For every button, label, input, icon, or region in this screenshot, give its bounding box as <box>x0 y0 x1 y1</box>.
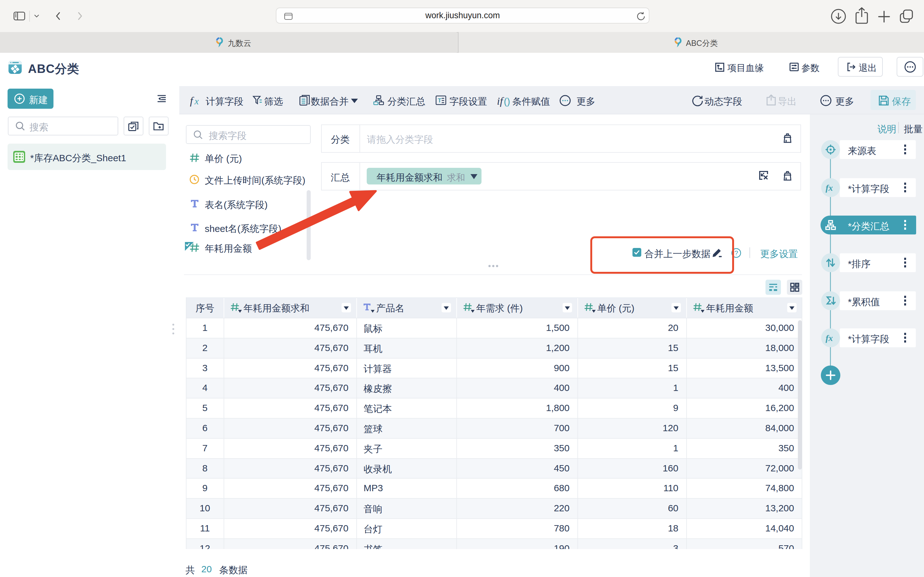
svg-text:(): () <box>504 96 510 106</box>
svg-text:?: ? <box>734 249 738 256</box>
svg-text:f: f <box>190 95 194 106</box>
svg-text:T: T <box>438 97 441 104</box>
svg-text:fx: fx <box>825 183 833 193</box>
svg-text:fx: fx <box>825 333 833 343</box>
svg-text:if: if <box>497 95 504 107</box>
svg-text:x: x <box>194 96 199 106</box>
